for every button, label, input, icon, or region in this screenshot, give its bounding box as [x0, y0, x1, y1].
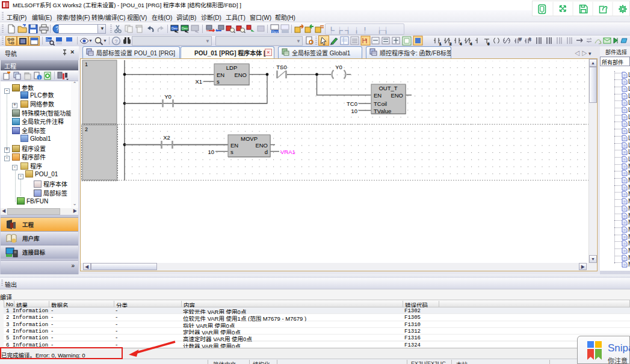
svg-text:VRA1: VRA1: [280, 149, 295, 155]
svg-text:ENO: ENO: [234, 72, 247, 78]
svg-text:s: s: [217, 78, 220, 85]
svg-text:Dev: Dev: [182, 26, 188, 30]
svg-text:1: 1: [439, 42, 442, 46]
svg-text:EN: EN: [374, 92, 381, 99]
svg-text:1: 1: [85, 61, 88, 67]
svg-text:6: 6: [487, 42, 490, 46]
svg-text:10: 10: [351, 108, 357, 114]
svg-text:W: W: [519, 37, 522, 41]
svg-text:EN: EN: [230, 142, 238, 149]
svg-text:Dev: Dev: [272, 30, 278, 34]
svg-text:4: 4: [460, 42, 462, 46]
svg-text:EN: EN: [217, 72, 224, 78]
svg-text:LDP: LDP: [226, 64, 237, 71]
svg-text:Dev: Dev: [171, 26, 178, 30]
svg-text:OUT_T: OUT_T: [378, 85, 397, 91]
svg-text:10: 10: [208, 149, 214, 155]
svg-text:X2: X2: [163, 134, 170, 141]
svg-text:ENO: ENO: [255, 142, 268, 149]
svg-text:ENO: ENO: [391, 92, 403, 99]
svg-text:4: 4: [470, 42, 472, 46]
svg-text:Y0: Y0: [335, 64, 342, 70]
svg-text:TValue: TValue: [374, 108, 391, 114]
svg-text:TS0: TS0: [276, 64, 286, 70]
svg-text:Y0: Y0: [164, 93, 171, 100]
svg-text:MOVP: MOVP: [241, 135, 258, 142]
svg-text:TC0: TC0: [347, 100, 357, 107]
svg-text:2: 2: [85, 126, 88, 132]
svg-text:R: R: [529, 37, 531, 41]
svg-text:?: ?: [114, 39, 117, 45]
svg-text:TCoil: TCoil: [374, 100, 387, 107]
svg-text:d: d: [265, 149, 268, 155]
svg-text:X1: X1: [195, 78, 202, 85]
svg-text:2: 2: [449, 42, 452, 46]
svg-text:s: s: [230, 149, 233, 155]
